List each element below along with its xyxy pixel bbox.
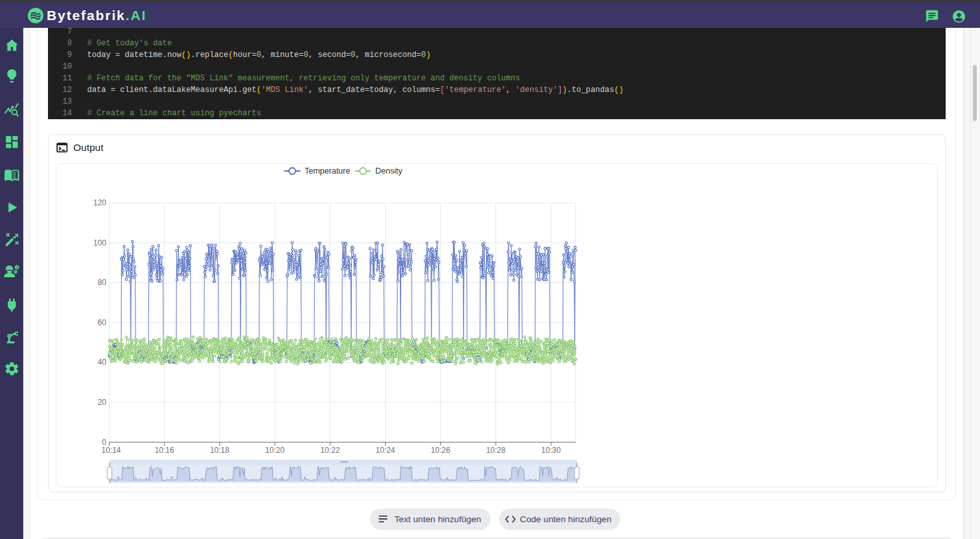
svg-text:10:16: 10:16 xyxy=(155,446,174,455)
svg-text:100: 100 xyxy=(93,238,106,247)
svg-text:10:22: 10:22 xyxy=(320,446,340,455)
svg-text:10:28: 10:28 xyxy=(486,446,506,455)
svg-text:Density: Density xyxy=(375,166,402,176)
svg-text:60: 60 xyxy=(98,318,107,327)
svg-text:40: 40 xyxy=(98,358,107,367)
svg-text:80: 80 xyxy=(98,278,107,287)
svg-text:10:24: 10:24 xyxy=(375,446,395,455)
svg-text:120: 120 xyxy=(93,198,106,207)
svg-text:10:30: 10:30 xyxy=(541,446,561,455)
svg-text:10:26: 10:26 xyxy=(431,446,450,455)
svg-text:10:20: 10:20 xyxy=(265,446,285,455)
svg-text:Temperature: Temperature xyxy=(305,166,350,176)
svg-text:10:18: 10:18 xyxy=(210,446,229,455)
svg-text:20: 20 xyxy=(98,398,107,407)
svg-text:10:14: 10:14 xyxy=(101,446,121,455)
